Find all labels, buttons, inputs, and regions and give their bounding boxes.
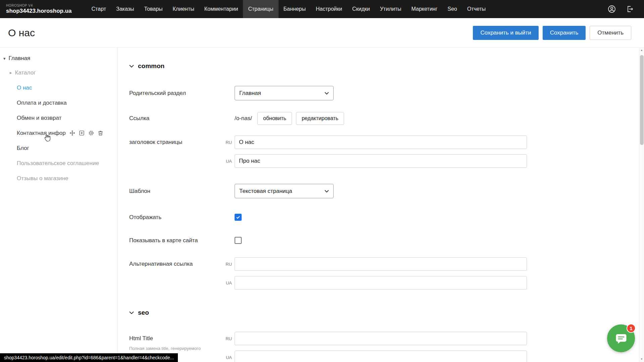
chevron-down-icon — [129, 311, 134, 314]
html-title-row: Html Title Полная замена title, генериру… — [129, 332, 644, 362]
topbar-right — [608, 5, 638, 13]
sitemap-checkbox[interactable] — [235, 237, 242, 244]
sidebar-item-label: Оплата и доставка — [17, 100, 67, 106]
logout-icon[interactable] — [626, 5, 634, 13]
nav-item-comments[interactable]: Комментарии — [199, 0, 243, 18]
main-nav: Старт Заказы Товары Клиенты Комментарии … — [87, 0, 491, 18]
nav-item-settings[interactable]: Настройки — [311, 0, 347, 18]
sidebar-root-label: Главная — [9, 55, 31, 62]
save-exit-button[interactable]: Сохранить и выйти — [473, 26, 538, 40]
link-preview-statusbar: shop34423.horoshop.ua/edit/edit.php?id=6… — [0, 353, 178, 362]
sidebar-item-about[interactable]: О нас — [0, 80, 117, 95]
sitemap-row: Показывать в карте сайта — [129, 237, 644, 244]
page-title-row: заголовок страницы RU UA — [129, 136, 644, 168]
display-label: Отображать — [129, 214, 223, 221]
nav-item-marketing[interactable]: Маркетинг — [406, 0, 443, 18]
page-title-ua-input[interactable] — [235, 154, 527, 168]
link-row: Ссылка /o-nas/ обновить редактировать — [129, 112, 644, 125]
alt-link-ua-input[interactable] — [235, 276, 527, 290]
sidebar-item-exchange-return[interactable]: Обмен и возврат — [0, 110, 117, 125]
sidebar-item-user-agreement[interactable]: Пользовательское соглашение — [0, 156, 117, 171]
sidebar-item-main[interactable]: ▾ Главная — [0, 52, 117, 65]
page-title-ru-input[interactable] — [235, 136, 527, 149]
sidebar-item-label: О нас — [17, 85, 32, 91]
nav-item-discounts[interactable]: Скидки — [347, 0, 375, 18]
nav-item-reports[interactable]: Отчеты — [462, 0, 491, 18]
chevron-down-icon — [129, 65, 134, 68]
scroll-thumb[interactable] — [640, 55, 644, 145]
display-row: Отображать — [129, 214, 644, 221]
nav-item-clients[interactable]: Клиенты — [168, 0, 199, 18]
scroll-up-button[interactable]: ▲ — [640, 48, 643, 53]
display-checkbox[interactable] — [235, 214, 242, 221]
sidebar-item-payment-delivery[interactable]: Оплата и доставка — [0, 95, 117, 110]
section-seo-header[interactable]: seo — [129, 309, 644, 316]
sidebar-item-label: Пользовательское соглашение — [17, 160, 99, 167]
save-button[interactable]: Сохранить — [543, 26, 586, 40]
nav-item-orders[interactable]: Заказы — [111, 0, 139, 18]
page-title-label: заголовок страницы — [129, 136, 223, 149]
parent-section-row: Родительский раздел Главная — [129, 86, 644, 100]
link-path: /o-nas/ — [235, 115, 252, 122]
lang-badge-ua: UA — [223, 355, 235, 360]
brand-logo[interactable]: HOROSHOP V4 shop34423.horoshop.ua — [6, 4, 72, 14]
sidebar-item-store-reviews[interactable]: Отзывы о магазине — [0, 171, 117, 186]
alt-link-label: Альтернативная ссылка — [129, 257, 223, 271]
template-label: Шаблон — [129, 188, 223, 195]
html-title-ua-input[interactable] — [235, 351, 527, 362]
html-title-hint: Полная замена title, генерируемого — [129, 346, 223, 352]
sidebar-item-label: Обмен и возврат — [17, 115, 61, 121]
chevron-down-icon — [325, 92, 329, 95]
edit-link-button[interactable]: редактировать — [296, 112, 344, 125]
refresh-link-button[interactable]: обновить — [257, 112, 292, 125]
move-icon[interactable] — [69, 130, 76, 136]
brand-domain: shop34423.horoshop.ua — [6, 8, 72, 14]
nav-item-utilities[interactable]: Утилиты — [375, 0, 406, 18]
sidebar-item-label: Блог — [17, 145, 29, 152]
row-action-icons — [69, 130, 104, 136]
section-common-title: common — [138, 62, 164, 70]
vertical-scrollbar[interactable]: ▲ ▼ — [639, 48, 644, 362]
lang-badge-ru: RU — [223, 262, 235, 267]
nav-item-pages[interactable]: Страницы — [243, 0, 278, 18]
html-title-ru-input[interactable] — [235, 332, 527, 345]
lang-badge-ru: RU — [223, 336, 235, 341]
parent-section-label: Родительский раздел — [129, 90, 223, 97]
gear-icon[interactable] — [88, 130, 94, 136]
chat-bubble-icon — [615, 332, 628, 345]
sidebar-item-contact-info[interactable]: Контактная инфор — [0, 125, 117, 141]
nav-item-start[interactable]: Старт — [87, 0, 111, 18]
sidebar-item-blog[interactable]: Блог — [0, 141, 117, 156]
template-row: Шаблон Текстовая страница — [129, 184, 644, 198]
section-common-header[interactable]: common — [129, 62, 644, 70]
chevron-down-icon: ▾ — [3, 56, 6, 61]
brand-version: HOROSHOP V4 — [6, 4, 72, 8]
sidebar-item-catalog[interactable]: ▸ Каталог — [0, 65, 117, 80]
html-title-label: Html Title — [129, 332, 223, 345]
nav-item-banners[interactable]: Баннеры — [279, 0, 311, 18]
template-value: Текстовая страница — [239, 188, 292, 195]
page-title: О нас — [8, 27, 35, 39]
chat-launcher-button[interactable]: 1 — [607, 324, 635, 352]
sidebar-item-label: Отзывы о магазине — [17, 175, 68, 182]
page-header: О нас Сохранить и выйти Сохранить Отмени… — [0, 18, 644, 48]
unread-count-badge: 1 — [627, 324, 636, 333]
alt-link-ru-input[interactable] — [235, 257, 527, 271]
add-page-icon[interactable] — [79, 130, 85, 136]
link-label: Ссылка — [129, 115, 223, 122]
lang-badge-ru: RU — [223, 140, 235, 145]
lang-badge-ua: UA — [223, 159, 235, 164]
parent-section-select[interactable]: Главная — [235, 86, 334, 100]
user-account-icon[interactable] — [608, 5, 616, 13]
sidebar-item-label: Каталог — [15, 69, 36, 76]
cancel-button[interactable]: Отменить — [590, 26, 631, 40]
pages-tree-sidebar: ▾ Главная ▸ Каталог О нас Оплата и доста… — [0, 48, 118, 362]
lang-badge-ua: UA — [223, 280, 235, 286]
template-select[interactable]: Текстовая страница — [235, 184, 334, 198]
chevron-down-icon — [325, 190, 329, 193]
nav-item-seo[interactable]: Seo — [443, 0, 462, 18]
nav-item-products[interactable]: Товары — [139, 0, 168, 18]
trash-icon[interactable] — [97, 130, 104, 136]
scroll-down-button[interactable]: ▼ — [640, 357, 643, 362]
section-seo-title: seo — [138, 309, 149, 316]
